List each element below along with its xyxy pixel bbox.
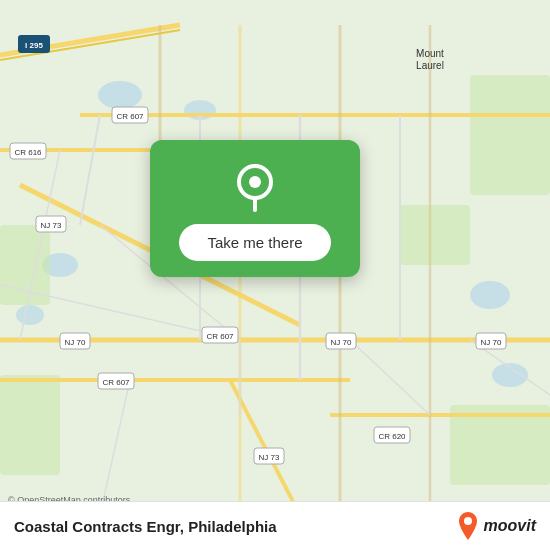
moovit-pin-icon xyxy=(456,512,480,540)
bottom-bar: Coastal Contracts Engr, Philadelphia moo… xyxy=(0,501,550,550)
svg-text:NJ 70: NJ 70 xyxy=(65,338,86,347)
map-container: I 295 CR 607 CR 616 NJ 73 NJ 70 CR 607 N… xyxy=(0,0,550,550)
svg-point-5 xyxy=(16,305,44,325)
svg-text:NJ 70: NJ 70 xyxy=(481,338,502,347)
svg-text:Mount: Mount xyxy=(416,48,444,59)
svg-rect-7 xyxy=(0,225,50,305)
svg-point-1 xyxy=(98,81,142,109)
svg-text:NJ 73: NJ 73 xyxy=(41,221,62,230)
location-title: Coastal Contracts Engr, Philadelphia xyxy=(14,518,277,535)
take-me-there-button[interactable]: Take me there xyxy=(179,224,330,261)
svg-text:CR 620: CR 620 xyxy=(378,432,406,441)
svg-text:I 295: I 295 xyxy=(25,41,43,50)
svg-point-4 xyxy=(470,281,510,309)
svg-rect-9 xyxy=(400,205,470,265)
svg-point-62 xyxy=(249,176,261,188)
svg-text:CR 616: CR 616 xyxy=(14,148,42,157)
location-pin-icon xyxy=(229,160,281,212)
svg-text:CR 607: CR 607 xyxy=(206,332,234,341)
svg-text:CR 607: CR 607 xyxy=(116,112,144,121)
svg-rect-8 xyxy=(470,75,550,195)
svg-text:NJ 73: NJ 73 xyxy=(259,453,280,462)
svg-rect-10 xyxy=(0,375,60,475)
svg-text:NJ 70: NJ 70 xyxy=(331,338,352,347)
moovit-brand-text: moovit xyxy=(484,517,536,535)
navigation-card: Take me there xyxy=(150,140,360,277)
svg-text:Laurel: Laurel xyxy=(416,60,444,71)
moovit-logo: moovit xyxy=(456,512,536,540)
svg-text:CR 607: CR 607 xyxy=(102,378,130,387)
svg-point-64 xyxy=(464,517,472,525)
